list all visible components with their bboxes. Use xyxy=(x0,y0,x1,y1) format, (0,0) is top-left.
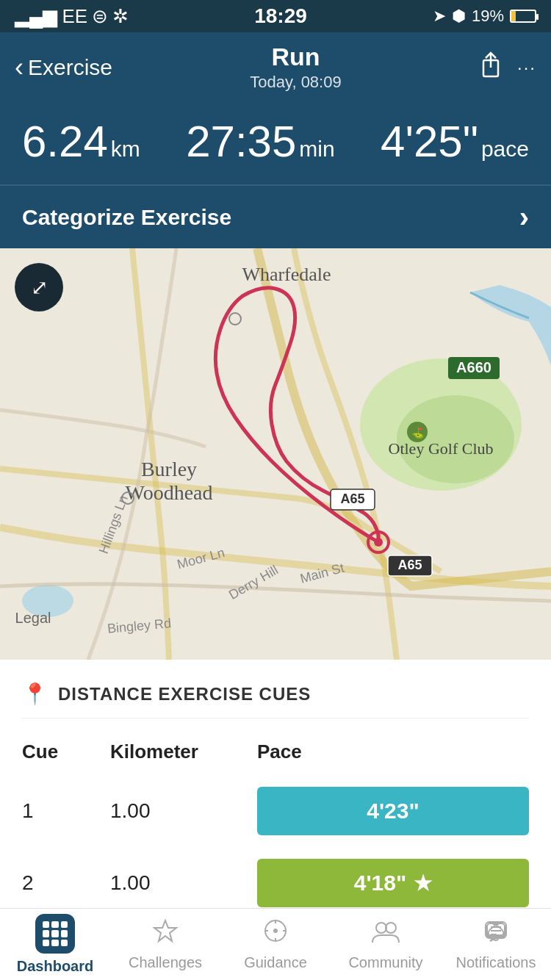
back-arrow-icon: ‹ xyxy=(15,52,24,83)
status-right: ➤ ⬢ 19% xyxy=(433,7,536,26)
status-time: 18:29 xyxy=(254,4,307,28)
categorize-label: Categorize Exercise xyxy=(22,205,231,230)
svg-text:Woodhead: Woodhead xyxy=(125,481,212,504)
expand-icon: ⤢ xyxy=(31,275,48,300)
challenges-icon xyxy=(152,918,179,950)
nav-notifications-label: Notifications xyxy=(456,954,536,971)
svg-text:A65: A65 xyxy=(397,558,422,572)
header-actions: ··· xyxy=(479,51,536,84)
cue-1-pace: 4'23" xyxy=(257,787,529,835)
map-container: A660 A65 A65 Wharfedale Burley Woodhead … xyxy=(0,248,551,660)
table-row: 1 1.00 4'23" xyxy=(22,775,529,847)
bottom-nav: Dashboard Challenges Guidance xyxy=(0,908,551,980)
cues-header: 📍 DISTANCE EXERCISE CUES xyxy=(22,682,529,718)
signal-icon: ▂▄▆ xyxy=(15,5,57,28)
community-icon xyxy=(371,918,400,950)
nav-guidance-label: Guidance xyxy=(244,954,307,971)
nav-dashboard-label: Dashboard xyxy=(17,958,93,975)
cues-title: DISTANCE EXERCISE CUES xyxy=(58,684,311,705)
svg-text:Legal: Legal xyxy=(15,610,51,626)
nav-challenges-label: Challenges xyxy=(129,954,202,971)
nav-notifications[interactable]: Notifications xyxy=(441,909,551,980)
battery-indicator xyxy=(510,10,536,23)
pace-value: 4'25"pace xyxy=(381,120,529,164)
notifications-icon xyxy=(483,918,509,950)
cues-column-headers: Cue Kilometer Pace xyxy=(22,733,529,775)
stats-bar: 6.24km 27:35min 4'25"pace xyxy=(0,105,551,186)
location-icon: ➤ xyxy=(433,7,446,26)
svg-point-34 xyxy=(376,923,386,933)
cues-section: 📍 DISTANCE EXERCISE CUES Cue Kilometer P… xyxy=(0,660,551,934)
categorize-bar[interactable]: Categorize Exercise › xyxy=(0,186,551,248)
back-label: Exercise xyxy=(28,55,112,80)
bluetooth-icon: ⬢ xyxy=(452,7,466,26)
cue-2-km: 1.00 xyxy=(110,871,257,895)
stat-distance: 6.24km xyxy=(22,120,140,164)
col-header-pace: Pace xyxy=(257,741,529,763)
nav-community[interactable]: Community xyxy=(331,909,441,980)
activity-icon: ✲ xyxy=(112,5,129,28)
back-button[interactable]: ‹ Exercise xyxy=(15,52,112,83)
svg-text:A660: A660 xyxy=(456,359,491,375)
expand-button[interactable]: ⤢ xyxy=(15,263,63,311)
nav-community-label: Community xyxy=(348,954,422,971)
nav-challenges[interactable]: Challenges xyxy=(110,909,220,980)
col-header-cue: Cue xyxy=(22,741,110,763)
header-center: Run Today, 08:09 xyxy=(250,43,341,92)
svg-text:⛳: ⛳ xyxy=(411,427,425,439)
svg-text:Burley: Burley xyxy=(141,458,197,480)
svg-text:A65: A65 xyxy=(340,491,364,506)
status-left: ▂▄▆ EE ⊜ ✲ xyxy=(15,5,129,28)
nav-dashboard[interactable]: Dashboard xyxy=(0,909,110,980)
map-svg: A660 A65 A65 Wharfedale Burley Woodhead … xyxy=(0,248,551,660)
cues-table: Cue Kilometer Pace 1 1.00 4'23" 2 1.00 4… xyxy=(22,733,529,919)
battery-pct: 19% xyxy=(472,7,504,26)
dashboard-icon-bg xyxy=(35,914,75,954)
cue-2-pace: 4'18" ★ xyxy=(257,859,529,907)
page-subtitle: Today, 08:09 xyxy=(250,73,341,92)
svg-text:Wharfedale: Wharfedale xyxy=(242,264,331,285)
svg-text:Otley Golf Club: Otley Golf Club xyxy=(389,439,494,458)
pin-icon: 📍 xyxy=(22,682,48,706)
share-button[interactable] xyxy=(479,51,503,84)
dashboard-grid-icon xyxy=(43,921,68,946)
categorize-arrow: › xyxy=(519,201,529,234)
svg-point-7 xyxy=(374,538,383,547)
stat-time: 27:35min xyxy=(186,120,335,164)
cue-1-km: 1.00 xyxy=(110,799,257,823)
cue-1-number: 1 xyxy=(22,799,110,823)
best-star-icon: ★ xyxy=(414,871,432,896)
svg-point-29 xyxy=(273,929,278,933)
col-header-kilometer: Kilometer xyxy=(110,741,257,763)
header: ‹ Exercise Run Today, 08:09 ··· xyxy=(0,32,551,105)
wifi-icon: ⊜ xyxy=(92,5,108,28)
time-value: 27:35min xyxy=(186,120,335,164)
page-title: Run xyxy=(250,43,341,71)
guidance-icon xyxy=(262,918,289,950)
status-bar: ▂▄▆ EE ⊜ ✲ 18:29 ➤ ⬢ 19% xyxy=(0,0,551,32)
svg-point-35 xyxy=(386,923,396,933)
cue-2-number: 2 xyxy=(22,871,110,895)
stat-pace: 4'25"pace xyxy=(381,120,529,164)
more-button[interactable]: ··· xyxy=(517,57,536,78)
nav-guidance[interactable]: Guidance xyxy=(220,909,331,980)
carrier-label: EE xyxy=(62,5,87,28)
distance-value: 6.24km xyxy=(22,120,140,164)
